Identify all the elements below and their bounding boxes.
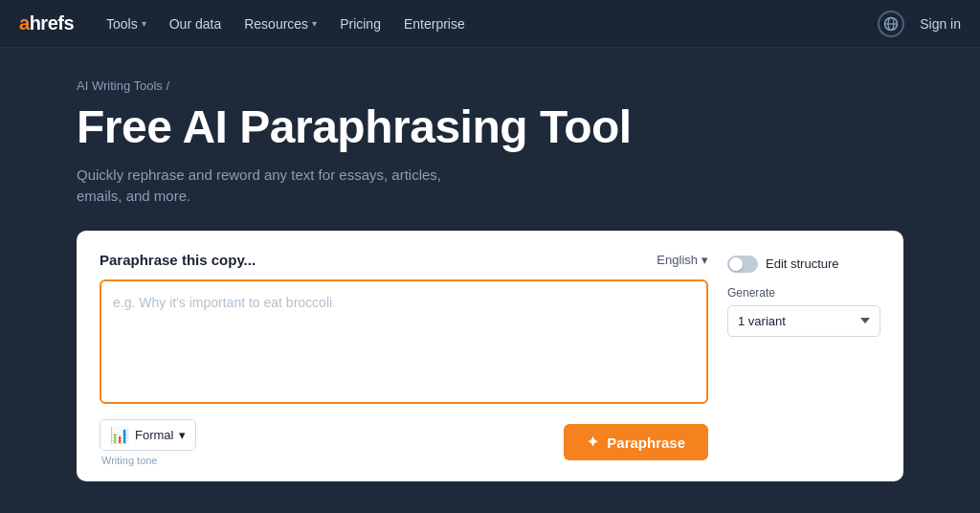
tool-card-wrapper: Paraphrase this copy... English ▾ 📊 Form…	[0, 231, 980, 481]
nav-item-resources[interactable]: Resources ▾	[234, 11, 326, 37]
nav-item-pricing[interactable]: Pricing	[330, 11, 390, 37]
formal-icon: 📊	[110, 426, 129, 444]
navbar-right: Sign in	[878, 11, 961, 37]
chevron-down-icon: ▾	[702, 253, 708, 267]
edit-structure-label: Edit structure	[766, 256, 839, 271]
input-label: Paraphrase this copy...	[100, 252, 256, 268]
toggle-knob	[729, 257, 743, 271]
nav-item-tools[interactable]: Tools ▾	[97, 11, 156, 37]
tool-card-footer: 📊 Formal ▾ Writing tone ✦ Paraphrase	[100, 419, 708, 466]
logo[interactable]: ahrefs	[19, 12, 74, 34]
logo-hrefs: hrefs	[30, 12, 74, 33]
edit-structure-row: Edit structure	[727, 256, 880, 273]
tool-settings-panel: Edit structure Generate 1 variant 2 vari…	[727, 252, 880, 466]
sign-in-link[interactable]: Sign in	[920, 16, 961, 32]
tool-card: Paraphrase this copy... English ▾ 📊 Form…	[77, 231, 903, 481]
paraphrase-button[interactable]: ✦ Paraphrase	[564, 424, 708, 460]
nav-item-our-data[interactable]: Our data	[160, 11, 231, 37]
tool-card-header: Paraphrase this copy... English ▾	[100, 252, 708, 268]
paraphrase-btn-label: Paraphrase	[607, 435, 685, 451]
chevron-down-icon: ▾	[312, 18, 317, 29]
nav-item-enterprise[interactable]: Enterprise	[394, 11, 475, 37]
navbar: ahrefs Tools ▾ Our data Resources ▾ Pric…	[0, 0, 980, 48]
hero-section: AI Writing Tools / Free AI Paraphrasing …	[0, 48, 980, 231]
nav-links: Tools ▾ Our data Resources ▾ Pricing Ent…	[97, 11, 878, 37]
language-selector[interactable]: English ▾	[657, 253, 708, 267]
hero-subtitle: Quickly rephrase and reword any text for…	[77, 165, 459, 208]
variant-select[interactable]: 1 variant 2 variants 3 variants	[727, 305, 880, 337]
tone-selector[interactable]: 📊 Formal ▾	[100, 419, 196, 451]
chevron-down-icon: ▾	[142, 18, 146, 29]
tool-input-area: Paraphrase this copy... English ▾ 📊 Form…	[100, 252, 708, 466]
page-title: Free AI Paraphrasing Tool	[77, 102, 903, 153]
edit-structure-toggle[interactable]	[727, 256, 758, 273]
writing-tone-label: Writing tone	[100, 455, 196, 466]
sparkle-icon: ✦	[587, 434, 599, 451]
breadcrumb: AI Writing Tools /	[77, 78, 903, 93]
paraphrase-input[interactable]	[100, 279, 708, 404]
footer-left: 📊 Formal ▾ Writing tone	[100, 419, 196, 466]
tone-label: Formal	[135, 428, 173, 442]
chevron-down-icon: ▾	[179, 428, 186, 442]
language-label: English	[657, 253, 698, 267]
globe-icon[interactable]	[878, 11, 904, 37]
generate-label: Generate	[727, 286, 880, 300]
generate-section: Generate 1 variant 2 variants 3 variants	[727, 286, 880, 337]
logo-a: a	[19, 12, 30, 33]
